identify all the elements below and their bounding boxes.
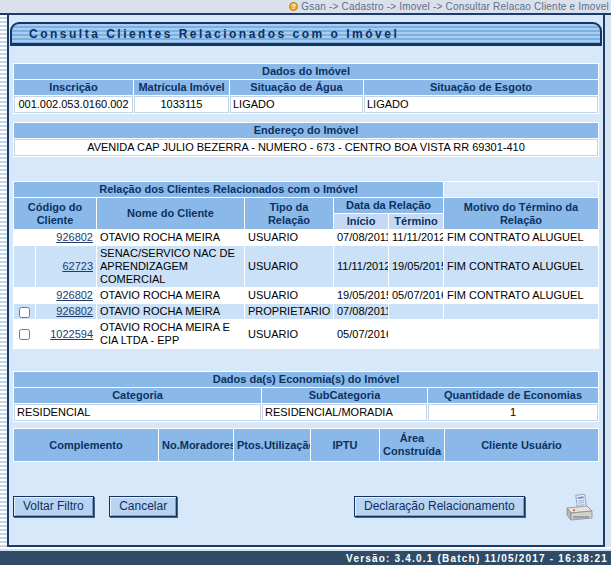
table-row: 926802 OTAVIO ROCHA MEIRA USUARIO 19/05/… [14, 288, 598, 303]
relation-end-reason: FIM CONTRATO ALUGUEL [444, 288, 598, 303]
col-header-categoria: Categoria [14, 388, 261, 403]
client-code-link[interactable]: 1022594 [50, 328, 93, 340]
relation-end [389, 320, 443, 348]
client-name: OTAVIO ROCHA MEIRA [97, 230, 244, 245]
col-header-codigo: Código do Cliente [14, 198, 96, 229]
relation-end: 05/07/2016 [389, 288, 443, 303]
col-header-subcategoria: SubCategoria [262, 388, 427, 403]
page-title: Consulta Clientes Relacionados com o Imó… [10, 22, 602, 46]
col-header-matricula: Matrícula Imóvel [134, 80, 229, 95]
col-header-tipo: Tipo da Relação [245, 198, 333, 229]
client-code-link[interactable]: 926802 [56, 305, 93, 317]
declaracao-relacionamento-button[interactable]: Declaração Relacionamento [354, 496, 525, 517]
page-title-label: Consulta Clientes Relacionados com o Imó… [29, 27, 399, 41]
relation-end-reason [444, 304, 598, 319]
col-header-cliente-usuario: Cliente Usuário [445, 429, 598, 461]
cancelar-button[interactable]: Cancelar [109, 496, 177, 517]
table-row: 1022594 OTAVIO ROCHA MEIRA E CIA LTDA - … [14, 320, 598, 348]
relation-start: 19/05/2015 [334, 288, 388, 303]
checkbox-cell [14, 230, 35, 245]
content-panel: Consulta Clientes Relacionados com o Imó… [9, 15, 605, 547]
inscricao-value: 001.002.053.0160.002 [14, 96, 133, 113]
col-header-termino: Término [389, 214, 443, 229]
version-bar: Versão: 3.4.0.1 (Batch) 11/05/2017 - 16:… [0, 551, 611, 565]
checkbox-cell [14, 304, 35, 319]
left-collapsed-rail[interactable] [0, 15, 9, 547]
client-code-link[interactable]: 62723 [62, 260, 93, 272]
checkbox-cell [14, 246, 35, 287]
relation-row-checkbox[interactable] [19, 307, 30, 318]
situacao-agua-value: LIGADO [230, 96, 363, 113]
relation-start: 11/11/2012 [334, 246, 388, 287]
property-data-section: Dados do Imóvel Inscrição Matrícula Imóv… [13, 63, 599, 114]
col-header-moradores: No.Moradores [159, 429, 233, 461]
col-header-situacao-agua: Situação de Água [230, 80, 363, 95]
section-title: Dados da(s) Economia(s) do Imóvel [14, 372, 598, 387]
categoria-value: RESIDENCIAL [14, 404, 261, 421]
section-title: Dados do Imóvel [14, 64, 598, 79]
table-row: 62723 SENAC/SERVICO NAC DE APRENDIZAGEM … [14, 246, 598, 287]
client-relations-section: Relação dos Clientes Relacionados com o … [13, 181, 599, 349]
client-name: OTAVIO ROCHA MEIRA [97, 288, 244, 303]
relation-end-reason: FIM CONTRATO ALUGUEL [444, 246, 598, 287]
col-header-inicio: Início [334, 214, 388, 229]
table-row: 926802 OTAVIO ROCHA MEIRA USUARIO 07/08/… [14, 230, 598, 245]
col-header-ptos-utilizacao: Ptos.Utilização [234, 429, 310, 461]
client-name: OTAVIO ROCHA MEIRA E CIA LTDA - EPP [97, 320, 244, 348]
col-header-complemento: Complemento [14, 429, 158, 461]
header-gap [444, 182, 598, 197]
relation-start: 05/07/2016 [334, 320, 388, 348]
relation-end: 11/11/2012 [389, 230, 443, 245]
matricula-value: 1033115 [134, 96, 229, 113]
relation-start: 07/08/2011 [334, 230, 388, 245]
address-value: AVENIDA CAP JULIO BEZERRA - NUMERO - 673… [14, 139, 598, 156]
relation-end: 19/05/2015 [389, 246, 443, 287]
client-name: SENAC/SERVICO NAC DE APRENDIZAGEM COMERC… [97, 246, 244, 287]
col-header-situacao-esgoto: Situação de Esgoto [364, 80, 598, 95]
voltar-filtro-button[interactable]: Voltar Filtro [13, 496, 94, 517]
checkbox-cell [14, 288, 35, 303]
client-code-link[interactable]: 926802 [56, 231, 93, 243]
relation-end-reason: FIM CONTRATO ALUGUEL [444, 230, 598, 245]
actions-bar: Voltar Filtro Cancelar Declaração Relaci… [13, 496, 599, 524]
breadcrumb-bar: ? Gsan -> Cadastro -> Imovel -> Consulta… [0, 0, 611, 13]
col-header-iptu: IPTU [311, 429, 379, 461]
relation-type: USUARIO [245, 230, 333, 245]
col-header-area-construida: Área Construída [380, 429, 444, 461]
breadcrumb: Gsan -> Cadastro -> Imovel -> Consultar … [301, 1, 609, 12]
col-header-inscricao: Inscrição [14, 80, 133, 95]
client-name: OTAVIO ROCHA MEIRA [97, 304, 244, 319]
section-title: Relação dos Clientes Relacionados com o … [14, 182, 443, 197]
col-header-nome: Nome do Cliente [97, 198, 244, 229]
relation-end-reason [444, 320, 598, 348]
subcategoria-value: RESIDENCIAL/MORADIA [262, 404, 427, 421]
relation-type: USUARIO [245, 288, 333, 303]
economy-section: Dados da(s) Economia(s) do Imóvel Catego… [13, 371, 599, 422]
help-icon[interactable]: ? [289, 2, 298, 11]
col-header-motivo: Motivo do Término da Relação [444, 198, 598, 229]
client-code-link[interactable]: 926802 [56, 289, 93, 301]
relation-row-checkbox[interactable] [19, 329, 30, 340]
print-icon[interactable] [563, 494, 595, 528]
col-header-quantidade: Quantidade de Economias [428, 388, 598, 403]
version-text: Versão: 3.4.0.1 (Batch) 11/05/2017 - 16:… [346, 553, 608, 564]
checkbox-cell [14, 320, 35, 348]
col-header-data-relacao: Data da Relação [334, 198, 443, 213]
address-section: Endereço do Imóvel AVENIDA CAP JULIO BEZ… [13, 122, 599, 157]
table-row: 926802 OTAVIO ROCHA MEIRA PROPRIETARIO 0… [14, 304, 598, 319]
situacao-esgoto-value: LIGADO [364, 96, 598, 113]
relation-type: USUARIO [245, 246, 333, 287]
quantidade-value: 1 [428, 404, 598, 421]
relation-type: USUARIO [245, 320, 333, 348]
relation-end [389, 304, 443, 319]
section-title: Endereço do Imóvel [14, 123, 598, 138]
complement-section: Complemento No.Moradores Ptos.Utilização… [13, 428, 599, 462]
relation-type: PROPRIETARIO [245, 304, 333, 319]
relation-start: 07/08/2011 [334, 304, 388, 319]
